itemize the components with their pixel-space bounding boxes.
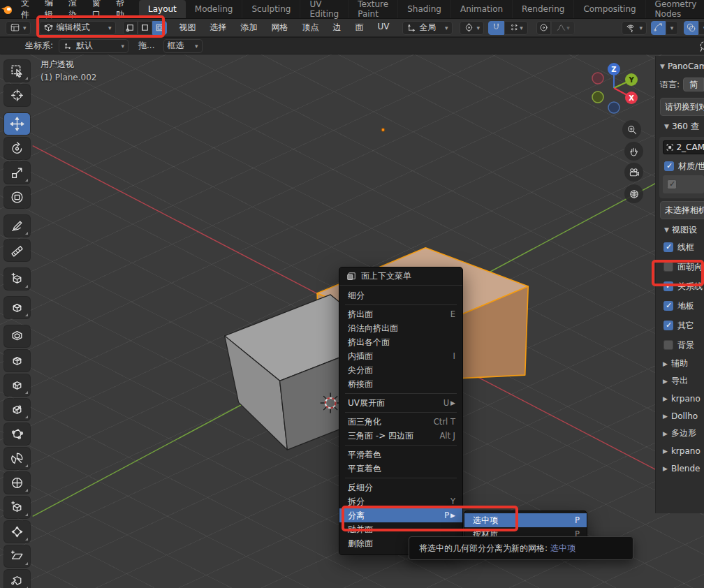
checkbox[interactable] (663, 262, 673, 272)
workspace-tab-compositing[interactable]: Compositing (574, 0, 645, 18)
proportional-falloff-dropdown[interactable]: ▾ (551, 21, 575, 35)
poly-build-tool[interactable] (4, 423, 30, 445)
workspace-tab-uv-editing[interactable]: UV Editing (300, 0, 349, 18)
app-menu-4[interactable]: 帮助 (108, 0, 132, 18)
sidebar-check-背景[interactable]: 背景 (656, 335, 704, 355)
sidebar-check-地板[interactable]: 地板 (656, 296, 704, 316)
checkbox[interactable] (663, 281, 673, 291)
checkbox[interactable] (663, 242, 673, 252)
editor-type-button[interactable]: ▾ (6, 21, 31, 35)
edge-slide-tool[interactable] (4, 497, 30, 518)
extrude-tool[interactable] (4, 297, 30, 318)
sidebar-collapsed-19[interactable]: ▶Blende (656, 460, 704, 477)
sidebar-collapsed-15[interactable]: ▶krpano (656, 390, 704, 407)
workspace-tab-sculpting[interactable]: Sculpting (242, 0, 300, 18)
bevel-tool[interactable] (4, 350, 30, 372)
workspace-tab-layout[interactable]: Layout (139, 0, 186, 18)
overlays-dropdown[interactable]: ▾ (698, 21, 704, 35)
context-menu-item-15[interactable]: 平直着色 (339, 462, 462, 476)
transform-tool[interactable] (4, 186, 30, 208)
viewport-menu-5[interactable]: 边 (326, 22, 349, 34)
shrink-fatten-tool[interactable] (4, 521, 30, 543)
sidebar-collapsed-17[interactable]: ▶多边形 (656, 425, 704, 442)
show-gizmo-dropdown[interactable]: ▾ (622, 21, 647, 35)
orthographic-toggle-button[interactable] (624, 184, 643, 203)
move-tool[interactable] (4, 113, 30, 135)
face-select-button[interactable] (152, 21, 167, 35)
viewport-menu-1[interactable]: 选择 (203, 22, 234, 34)
viewport-menu-2[interactable]: 添加 (234, 22, 265, 34)
context-menu-item-3[interactable]: 沿法向挤出面 (339, 321, 462, 335)
scale-tool[interactable] (4, 162, 30, 184)
select-mode-dropdown[interactable]: 框选 ▾ (163, 39, 203, 53)
viewport-menu-4[interactable]: 顶点 (295, 22, 326, 34)
sidebar-button-2[interactable]: 请切换到对 (660, 98, 704, 116)
context-menu-item-5[interactable]: 内插面I (339, 349, 462, 363)
inset-faces-tool[interactable] (4, 325, 30, 347)
sidebar-check-面朝向[interactable]: 面朝向 (656, 257, 704, 277)
language-value-button[interactable]: 简 (683, 78, 704, 91)
sidebar-button-5[interactable]: 未选择相机 (660, 201, 704, 219)
axis-neg-y-handle[interactable] (592, 91, 603, 103)
workspace-tab-shading[interactable]: Shading (398, 0, 451, 18)
separate-submenu-item-0[interactable]: 选中项P (464, 513, 587, 527)
vertex-select-button[interactable] (123, 21, 138, 35)
cursor-tool[interactable] (4, 84, 30, 106)
viewport-menu-0[interactable]: 视图 (173, 22, 203, 34)
proportional-editing-toggle[interactable] (536, 21, 551, 35)
context-menu-item-6[interactable]: 尖分面 (339, 363, 462, 377)
app-menu-0[interactable]: 文件 (13, 0, 37, 18)
checkbox[interactable] (663, 340, 673, 350)
sidebar-collapsed-16[interactable]: ▶Dollho (656, 407, 704, 425)
context-menu-item-9[interactable]: UV展开面U▶ (339, 396, 462, 410)
app-menu-2[interactable]: 渲染 (61, 0, 85, 18)
zoom-button[interactable] (622, 120, 641, 139)
lasso-partial-icon[interactable] (696, 40, 704, 52)
measure-tool[interactable] (4, 240, 30, 261)
annotate-tool[interactable] (4, 215, 30, 237)
context-menu-item-20[interactable]: 融并面 (339, 522, 462, 536)
snap-toggle-button[interactable] (488, 21, 504, 35)
knife-tool[interactable] (4, 399, 30, 420)
sidebar-collapsed-18[interactable]: ▶krpano (656, 442, 704, 460)
axis-neg-x-handle[interactable] (592, 73, 603, 84)
sidebar-section-3[interactable]: ▼360 查 (656, 119, 704, 134)
smooth-tool[interactable] (4, 472, 30, 494)
spin-tool[interactable] (4, 448, 30, 469)
gizmos-toggle[interactable] (651, 21, 666, 35)
sidebar-check-其它[interactable]: 其它 (656, 316, 704, 335)
gizmos-dropdown[interactable]: ▾ (666, 21, 678, 35)
camera-object-field[interactable]: 2_CAM (663, 140, 704, 154)
camera-view-button[interactable] (624, 163, 643, 182)
rip-region-tool[interactable] (4, 570, 30, 588)
viewport-menu-6[interactable]: 面 (349, 22, 371, 34)
context-menu-item-18[interactable]: 拆分Y (339, 494, 462, 508)
overlays-toggle[interactable] (684, 21, 698, 35)
app-menu-1[interactable]: 编辑 (37, 0, 61, 18)
workspace-tab-modeling[interactable]: Modeling (186, 0, 243, 18)
select-box-tool[interactable] (4, 60, 30, 82)
add-cube-tool[interactable] (4, 268, 30, 290)
material-world-checkbox-row[interactable]: 材质/世界 (663, 159, 704, 174)
context-menu-item-7[interactable]: 桥接面 (339, 377, 462, 391)
axis-neg-z-handle[interactable] (608, 102, 619, 113)
sidebar-section-0[interactable]: ▼PanoCam (656, 59, 704, 74)
coord-system-dropdown[interactable]: 默认 ▾ (59, 39, 129, 53)
edge-select-button[interactable] (138, 21, 152, 35)
app-menu-3[interactable]: 窗口 (85, 0, 108, 18)
snap-target-dropdown[interactable]: ▾ (460, 21, 485, 35)
workspace-tab-geometry-nodes[interactable]: Geometry Nodes (646, 0, 704, 18)
workspace-tab-animation[interactable]: Animation (451, 0, 513, 18)
snap-options-dropdown[interactable]: ▾ (504, 21, 528, 35)
context-menu-item-19[interactable]: 分离P▶ (339, 508, 462, 522)
sidebar-check-线框[interactable]: 线框 (656, 237, 704, 257)
checkbox[interactable] (663, 301, 673, 311)
workspace-tab-texture-paint[interactable]: Texture Paint (349, 0, 398, 18)
checkbox[interactable] (664, 161, 674, 171)
viewport-3d[interactable]: 用户透视 (1) Plane.002 Z Y X (0, 54, 704, 588)
workspace-tab-rendering[interactable]: Rendering (513, 0, 574, 18)
loop-cut-tool[interactable] (4, 374, 30, 396)
sub-option-checkbox-row[interactable] (666, 177, 701, 192)
context-menu-item-11[interactable]: 面三角化Ctrl T (339, 415, 462, 429)
transform-orientation-dropdown[interactable]: 全局 ▾ (402, 21, 453, 35)
